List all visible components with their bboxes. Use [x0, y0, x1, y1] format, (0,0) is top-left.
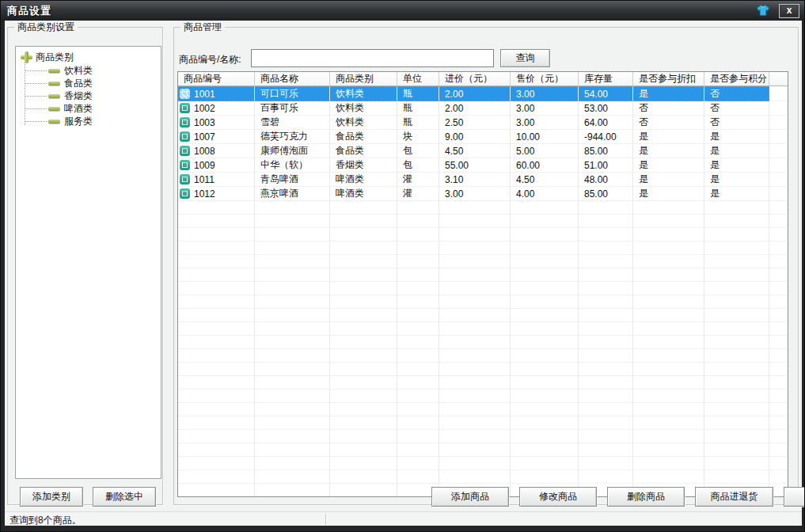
empty-cell	[704, 363, 769, 376]
tree-item[interactable]: 服务类	[21, 115, 161, 127]
tree-item[interactable]: 饮料类	[21, 64, 161, 77]
table-cell: 是	[633, 158, 704, 173]
column-header[interactable]: 售价（元）	[511, 72, 579, 86]
table-row[interactable]: 1001可口可乐饮料类瓶2.003.0054.00是否	[178, 86, 788, 101]
empty-cell	[579, 443, 633, 457]
empty-row	[178, 390, 788, 403]
delete-product-button[interactable]: 删除商品	[607, 487, 685, 507]
empty-cell	[330, 201, 397, 215]
table-row[interactable]: 1012燕京啤酒啤酒类灌3.004.0085.00是是	[178, 187, 788, 201]
empty-cell	[330, 282, 397, 295]
category-dash-icon	[48, 107, 60, 111]
empty-cell	[330, 430, 397, 443]
close-button[interactable]: x	[779, 4, 799, 18]
table-cell: 1008	[178, 144, 255, 158]
tree-item[interactable]: 食品类	[21, 77, 161, 89]
empty-cell	[397, 430, 439, 443]
empty-cell	[330, 309, 397, 322]
table-cell: 3.10	[439, 173, 511, 187]
search-input[interactable]	[251, 49, 494, 67]
product-icon	[180, 89, 190, 99]
empty-cell	[704, 430, 769, 443]
empty-cell	[397, 268, 439, 282]
empty-cell	[511, 228, 579, 241]
table-row[interactable]: 1009中华（软）香烟类包55.0060.0051.00是是	[178, 158, 788, 173]
table-row[interactable]: 1002百事可乐饮料类瓶2.003.0053.00否否	[178, 101, 788, 116]
status-text: 查询到8个商品。	[9, 514, 82, 527]
table-cell: 4.50	[439, 144, 511, 158]
table-row[interactable]: 1007德芙巧克力食品类块9.0010.00-944.00是是	[178, 130, 788, 144]
tree-item[interactable]: 啤酒类	[21, 102, 161, 115]
empty-cell	[330, 349, 397, 363]
column-header[interactable]: 商品编号	[178, 72, 255, 86]
empty-cell	[704, 228, 769, 241]
table-cell: 灌	[397, 187, 439, 201]
table-cell: 51.00	[579, 158, 633, 173]
empty-row	[178, 336, 788, 349]
empty-cell	[511, 215, 579, 228]
empty-cell	[511, 443, 579, 457]
table-cell: 2.00	[439, 86, 511, 101]
empty-cell	[178, 255, 255, 268]
column-header[interactable]: 是否参与积分	[704, 72, 769, 86]
empty-cell	[330, 228, 397, 241]
tree-item-label: 服务类	[64, 115, 93, 128]
category-dash-icon	[48, 120, 60, 124]
empty-cell	[579, 390, 633, 403]
table-cell: 包	[397, 158, 439, 173]
tree-item[interactable]: 香烟类	[21, 89, 161, 102]
table-row[interactable]: 1003雪碧饮料类瓶2.503.0064.00否否	[178, 116, 788, 130]
app-window: 商品设置 x 商品类别设置 商品类别 饮料类食品类香烟类啤酒	[0, 0, 805, 532]
plus-icon	[21, 51, 32, 63]
product-inout-button[interactable]: 商品进退货	[695, 487, 773, 507]
empty-cell	[769, 255, 788, 268]
empty-cell	[704, 336, 769, 349]
empty-cell	[255, 390, 330, 403]
empty-cell	[330, 255, 397, 268]
column-header[interactable]: 单位	[397, 72, 439, 86]
empty-cell	[511, 403, 579, 416]
table-cell: 1003	[178, 116, 255, 130]
empty-cell	[330, 215, 397, 228]
product-icon	[180, 131, 190, 142]
empty-cell	[769, 470, 788, 484]
column-header[interactable]: 商品类别	[330, 72, 397, 86]
table-row[interactable]: 1008康师傅泡面食品类包4.505.0085.00是是	[178, 144, 788, 158]
empty-cell	[704, 282, 769, 295]
status-divider	[325, 514, 326, 525]
empty-cell	[255, 416, 330, 430]
category-dash-icon	[48, 69, 60, 73]
table-cell: 是	[704, 158, 769, 173]
table-cell: -944.00	[579, 130, 633, 144]
empty-cell	[255, 443, 330, 457]
tree-root-item[interactable]: 商品类别	[21, 51, 161, 64]
add-product-button[interactable]: 添加商品	[431, 487, 509, 507]
empty-cell	[178, 228, 255, 241]
add-category-button[interactable]: 添加类别	[20, 487, 83, 507]
export-table-button[interactable]: 导出表格	[784, 487, 805, 507]
empty-cell	[397, 403, 439, 416]
column-header[interactable]: 进价（元）	[439, 72, 511, 86]
column-header[interactable]: 库存量	[579, 72, 633, 86]
delete-category-button[interactable]: 删除选中	[93, 487, 156, 507]
empty-cell	[579, 430, 633, 443]
edit-product-button[interactable]: 修改商品	[519, 487, 597, 507]
empty-cell	[255, 322, 330, 336]
empty-cell	[579, 255, 633, 268]
empty-row	[178, 349, 788, 363]
empty-cell	[633, 349, 704, 363]
table-cell: 青岛啤酒	[255, 173, 330, 187]
table-cell: 食品类	[330, 130, 397, 144]
table-cell: 1007	[178, 130, 255, 144]
table-row[interactable]: 1011青岛啤酒啤酒类灌3.104.5048.00是是	[178, 173, 788, 187]
search-button[interactable]: 查询	[500, 49, 550, 67]
empty-cell	[511, 457, 579, 470]
column-header[interactable]: 是否参与折扣	[633, 72, 704, 86]
empty-cell	[511, 282, 579, 295]
tree-root-label: 商品类别	[36, 51, 74, 64]
empty-cell	[704, 241, 769, 255]
column-header[interactable]: 商品名称	[255, 72, 330, 86]
empty-cell	[439, 416, 511, 430]
empty-cell	[255, 201, 330, 215]
table-cell: 55.00	[439, 158, 511, 173]
